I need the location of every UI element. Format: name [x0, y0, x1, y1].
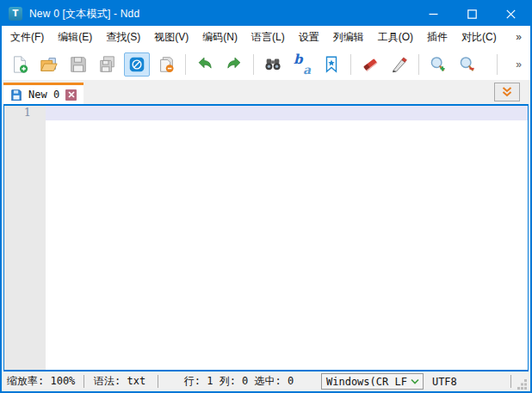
- tab-bar: New 0: [2, 80, 530, 104]
- document-list-button[interactable]: [494, 83, 520, 101]
- menu-edit[interactable]: 编辑(E): [53, 27, 97, 48]
- menu-plugins[interactable]: 插件: [422, 27, 453, 48]
- menu-view[interactable]: 视图(V): [149, 27, 194, 48]
- menu-encoding[interactable]: 编码(N): [197, 27, 243, 48]
- caption-buttons: [414, 2, 530, 26]
- minimize-button[interactable]: [414, 2, 453, 26]
- close-button[interactable]: [492, 2, 530, 26]
- new-file-icon: [10, 55, 29, 74]
- toolbar-separator: [253, 54, 254, 75]
- save-all-button[interactable]: [95, 52, 121, 77]
- close-all-icon: [157, 55, 176, 74]
- eraser-button[interactable]: [357, 52, 383, 77]
- format-brush-icon: [390, 55, 409, 74]
- find-binoculars-icon: [263, 55, 282, 74]
- menu-tools[interactable]: 工具(O): [373, 27, 418, 48]
- eraser-icon: [361, 55, 380, 74]
- menu-compare[interactable]: 对比(C): [456, 27, 502, 48]
- app-icon: T: [9, 7, 22, 21]
- open-file-button[interactable]: [36, 52, 62, 77]
- toolbar-separator: [497, 54, 498, 75]
- undo-button[interactable]: [192, 52, 218, 77]
- resize-grip[interactable]: [516, 378, 528, 390]
- status-separator: [510, 375, 511, 388]
- save-button[interactable]: [65, 52, 91, 77]
- text-edit-area[interactable]: [46, 106, 528, 370]
- replace-button[interactable]: b a: [289, 52, 315, 77]
- saved-floppy-icon: [10, 89, 22, 101]
- maximize-icon: [467, 9, 477, 19]
- status-cursor-position: 行: 1 列: 0 选中: 0: [158, 374, 319, 389]
- open-file-icon: [40, 55, 59, 74]
- toolbar-overflow-chevron[interactable]: »: [516, 58, 522, 71]
- new-file-button[interactable]: [7, 52, 33, 77]
- maximize-button[interactable]: [453, 2, 492, 26]
- toolbar-separator: [185, 54, 186, 75]
- close-icon: [506, 9, 516, 19]
- menu-column-edit[interactable]: 列编辑: [328, 27, 369, 48]
- save-all-icon: [98, 55, 117, 74]
- line-ending-select[interactable]: Windows(CR LF: [321, 373, 424, 390]
- zoom-in-button[interactable]: [425, 52, 451, 77]
- toolbar-separator: [418, 54, 419, 75]
- redo-button[interactable]: [221, 52, 247, 77]
- menu-file[interactable]: 文件(F): [5, 27, 49, 48]
- word-wrap-icon: [127, 55, 146, 74]
- menu-language[interactable]: 语言(L): [246, 27, 290, 48]
- status-zoom-ratio: 缩放率: 100%: [2, 374, 84, 389]
- menu-search[interactable]: 查找(S): [101, 27, 145, 48]
- zoom-out-button[interactable]: [455, 52, 480, 77]
- minimize-icon: [429, 9, 438, 19]
- replace-icon: b a: [293, 55, 312, 74]
- toolbar: b a: [2, 48, 530, 80]
- line-number-gutter[interactable]: 1: [4, 106, 46, 370]
- title-bar[interactable]: T New 0 [文本模式] - Ndd: [2, 2, 530, 26]
- menu-settings[interactable]: 设置: [294, 27, 325, 48]
- replace-letter-a: a: [303, 63, 311, 77]
- double-chevron-down-icon: [500, 85, 514, 99]
- status-encoding: UTF8: [432, 376, 457, 388]
- redo-icon: [225, 55, 244, 74]
- app-window: T New 0 [文本模式] - Ndd 文件(F) 编辑(E) 查找(S) 视…: [0, 0, 532, 393]
- zoom-out-icon: [458, 55, 477, 74]
- save-icon: [69, 55, 88, 74]
- word-wrap-toggle-button[interactable]: [124, 52, 150, 77]
- bookmark-button[interactable]: [319, 52, 344, 77]
- status-syntax: 语法: txt: [84, 374, 158, 389]
- editor-pane: 1: [3, 104, 529, 372]
- tab-close-icon: [68, 91, 75, 98]
- tab-close-button[interactable]: [65, 89, 77, 101]
- chevron-down-icon: [410, 378, 420, 385]
- undo-icon: [195, 55, 214, 74]
- tab-new-0[interactable]: New 0: [3, 83, 84, 104]
- line-number: 1: [4, 106, 46, 120]
- window-title: New 0 [文本模式] - Ndd: [29, 7, 139, 21]
- format-brush-button[interactable]: [387, 52, 412, 77]
- status-bar: 缩放率: 100% 语法: txt 行: 1 列: 0 选中: 0 Window…: [2, 372, 530, 391]
- tab-label: New 0: [28, 89, 59, 101]
- find-button[interactable]: [260, 52, 286, 77]
- line-ending-value: Windows(CR LF: [326, 376, 407, 388]
- replace-letter-b: b: [294, 52, 303, 67]
- bookmark-icon: [322, 55, 341, 74]
- menu-overflow-chevron[interactable]: »: [516, 31, 522, 43]
- toolbar-separator: [350, 54, 351, 75]
- close-all-button[interactable]: [153, 52, 179, 77]
- zoom-in-icon: [429, 55, 448, 74]
- menu-bar: 文件(F) 编辑(E) 查找(S) 视图(V) 编码(N) 语言(L) 设置 列…: [2, 26, 530, 48]
- resize-grip-icon: [516, 378, 528, 390]
